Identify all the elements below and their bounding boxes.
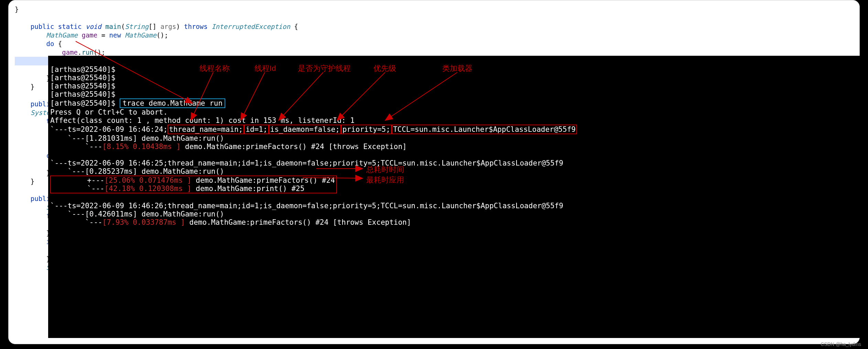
prompt: [arthas@25540]$: [50, 82, 116, 90]
trace-line: `---: [50, 218, 102, 226]
watermark: CSDN @ha_lydms: [821, 341, 861, 347]
label-priority: 优先级: [373, 63, 396, 74]
trace-line: `---ts=2022-06-09 16:46:25;thread_name=m…: [50, 159, 563, 167]
tccl-box: TCCL=sun.misc.Launcher$AppClassLoader@55…: [392, 125, 577, 134]
timing-red: [7.93% 0.033787ms ]: [102, 218, 185, 226]
trace-line: `---[0.426011ms] demo.MathGame:run(): [50, 210, 224, 218]
trace-tail: demo.MathGame:primeFactors() #24 [throws…: [185, 218, 411, 226]
trace-line: `---ts=2022-06-09 16:46:26;thread_name=m…: [50, 202, 563, 210]
total-time-box: +---[25.06% 0.071476ms ] demo.MathGame:p…: [50, 176, 337, 193]
terminal-panel: [arthas@25540]$ [arthas@25540]$ [arthas@…: [48, 56, 860, 338]
brace: }: [15, 6, 19, 13]
affect-line: Affect(class count: 1 , method count: 1)…: [50, 116, 355, 125]
prompt: [arthas@25540]$: [50, 99, 120, 107]
trace-line: `---[0.285237ms] demo.MathGame:run(): [50, 167, 224, 176]
prompt: [arthas@25540]$: [50, 90, 116, 98]
label-thread-name: 线程名称: [199, 63, 230, 74]
abort-hint: Press Q or Ctrl+C to abort.: [50, 108, 167, 116]
daemon-box: is_daemon=false;: [269, 125, 341, 134]
trace-line: `---ts=2022-06-09 16:46:24;: [50, 125, 167, 134]
label-most-time: 最耗时应用: [366, 175, 404, 185]
trace-tail: demo.MathGame:primeFactors() #24 [throws…: [181, 142, 406, 151]
label-total-time: 总耗时时间: [366, 165, 404, 175]
trace-line: `---[1.281031ms] demo.MathGame:run(): [50, 134, 224, 142]
label-thread-id: 线程Id: [254, 63, 276, 74]
timing-red: [8.15% 0.10438ms ]: [102, 142, 181, 151]
label-is-daemon: 是否为守护线程: [298, 63, 351, 74]
trace-command[interactable]: trace demo.MathGame run: [120, 98, 225, 108]
label-classloader: 类加载器: [442, 63, 473, 74]
class-ref: MathGame: [46, 31, 78, 39]
trace-line: `---: [50, 142, 102, 151]
prompt: [arthas@25540]$: [50, 65, 116, 74]
prompt: [arthas@25540]$: [50, 74, 116, 82]
thread-id-box: id=1;: [244, 125, 269, 134]
thread-name-box: thread_name=main;: [167, 125, 244, 134]
priority-box: priority=5;: [341, 125, 392, 134]
